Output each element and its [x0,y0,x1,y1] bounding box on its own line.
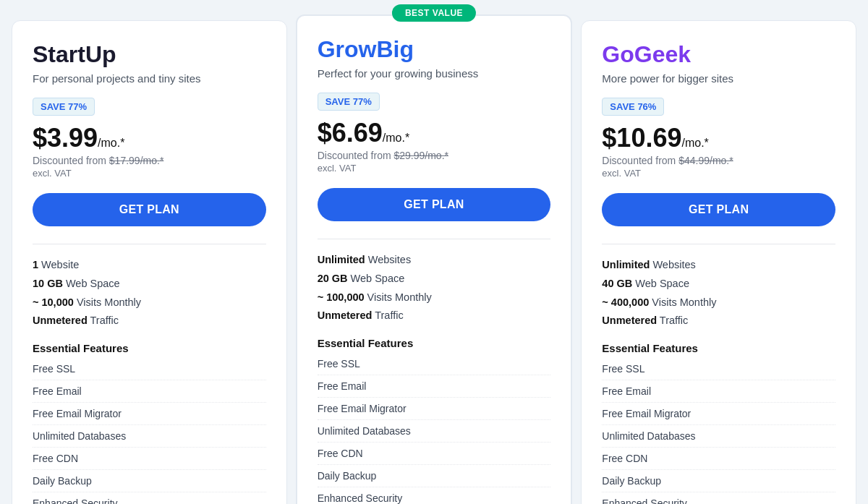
feature-item: Enhanced Security [33,496,266,504]
feature-item: Free CDN [33,451,266,470]
feature-item: Free CDN [318,446,551,465]
get-plan-button[interactable]: GET PLAN [602,193,835,226]
spec-item: Unmetered Traffic [602,313,835,329]
specs-list: Unlimited Websites40 GB Web Space~ 400,0… [602,257,835,329]
feature-item: Enhanced Security [318,491,551,504]
spec-item: 40 GB Web Space [602,276,835,292]
price-original: Discounted from $29.99/mo.* [318,150,551,161]
feature-item: Free Email [33,384,266,403]
excl-vat: excl. VAT [318,163,551,174]
features-list: Free SSLFree EmailFree Email MigratorUnl… [318,356,551,504]
plan-name: GoGeek [602,41,835,68]
spec-item: ~ 100,000 Visits Monthly [318,290,551,306]
feature-item: Free SSL [33,362,266,380]
spec-item: ~ 400,000 Visits Monthly [602,295,835,311]
spec-item: ~ 10,000 Visits Monthly [33,295,266,311]
spec-item: Unmetered Traffic [318,308,551,324]
plan-desc: Perfect for your growing business [318,67,551,80]
spec-item: Unlimited Websites [318,252,551,268]
save-badge: SAVE 77% [318,93,380,111]
spec-item: 1 Website [33,257,266,273]
plan-desc: For personal projects and tiny sites [33,72,266,85]
plan-card-growbig: BEST VALUEGrowBigPerfect for your growin… [296,14,573,504]
save-badge: SAVE 77% [33,98,95,116]
get-plan-button[interactable]: GET PLAN [33,193,266,226]
price-original: Discounted from $17.99/mo.* [33,155,266,166]
best-value-badge: BEST VALUE [392,4,476,22]
features-heading: Essential Features [602,342,835,354]
spec-item: Unmetered Traffic [33,313,266,329]
features-list: Free SSLFree EmailFree Email MigratorUnl… [33,362,266,504]
price-original: Discounted from $44.99/mo.* [602,155,835,166]
feature-item: Unlimited Databases [33,429,266,448]
feature-item: Unlimited Databases [318,424,551,443]
plan-card-startup: StartUpFor personal projects and tiny si… [12,20,287,504]
specs-list: Unlimited Websites20 GB Web Space~ 100,0… [318,252,551,324]
price-main: $6.69/mo.* [318,118,551,148]
price-main: $3.99/mo.* [33,123,266,153]
features-heading: Essential Features [33,342,266,354]
features-heading: Essential Features [318,337,551,349]
excl-vat: excl. VAT [602,168,835,179]
feature-item: Free CDN [602,451,835,470]
features-list: Free SSLFree EmailFree Email MigratorUnl… [602,362,835,504]
plan-desc: More power for bigger sites [602,72,835,85]
feature-item: Free Email Migrator [602,406,835,425]
feature-item: Free Email Migrator [318,401,551,420]
excl-vat: excl. VAT [33,168,266,179]
plan-card-gogeek: GoGeekMore power for bigger sitesSAVE 76… [581,20,856,504]
spec-item: Unlimited Websites [602,257,835,273]
feature-item: Daily Backup [33,474,266,492]
feature-item: Free Email Migrator [33,406,266,425]
plan-name: StartUp [33,41,266,68]
spec-item: 10 GB Web Space [33,276,266,292]
feature-item: Daily Backup [318,469,551,487]
feature-item: Daily Backup [602,474,835,492]
pricing-container: StartUpFor personal projects and tiny si… [7,14,861,504]
plan-name: GrowBig [318,36,551,63]
divider [33,244,266,244]
feature-item: Enhanced Security [602,496,835,504]
feature-item: Unlimited Databases [602,429,835,448]
get-plan-button[interactable]: GET PLAN [318,188,551,221]
divider [318,239,551,239]
feature-item: Free Email [602,384,835,403]
divider [602,244,835,244]
feature-item: Free SSL [602,362,835,380]
spec-item: 20 GB Web Space [318,271,551,287]
price-main: $10.69/mo.* [602,123,835,153]
save-badge: SAVE 76% [602,98,664,116]
specs-list: 1 Website10 GB Web Space~ 10,000 Visits … [33,257,266,329]
feature-item: Free Email [318,379,551,398]
feature-item: Free SSL [318,356,551,375]
